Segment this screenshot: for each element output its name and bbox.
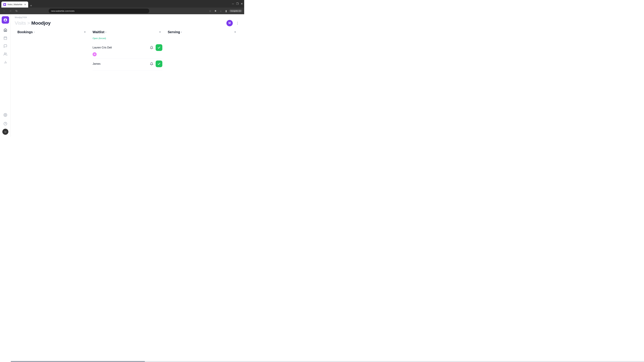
header-actions: M ⋮ — [226, 20, 240, 26]
visit-actions-lauren — [149, 44, 162, 51]
incognito-badge[interactable]: Incognito (2) — [229, 9, 242, 12]
app-container: M Moodjoy7434 Visits > Moodjoy M ⋮ — [0, 14, 244, 137]
waitlist-add-button[interactable]: + — [158, 30, 162, 34]
waitlist-status-badge: Open (forced) — [92, 37, 162, 39]
visit-name-james[interactable]: James — [92, 62, 100, 65]
browser-tabs: Visits | Waitwhile ✕ + — [1, 0, 33, 7]
download-button[interactable]: ↓ — [218, 8, 223, 13]
extensions-button[interactable]: ■ — [213, 8, 218, 13]
visit-header-lauren: Lauren Cris Deli — [92, 44, 162, 51]
sidebar-item-settings[interactable] — [2, 111, 9, 119]
svg-text:M: M — [4, 131, 6, 133]
visit-item-james: James — [92, 58, 162, 71]
tab-favicon — [3, 3, 6, 6]
browser-toolbar: ☆ ■ ↓ ▮ Incognito (2) — [208, 8, 242, 13]
active-tab[interactable]: Visits | Waitwhile ✕ — [1, 1, 28, 7]
bookings-column-header: Bookings › + — [18, 30, 87, 34]
visit-avatar-lauren: M — [92, 52, 96, 56]
main-content: Moodjoy7434 Visits > Moodjoy M ⋮ Booking… — [11, 14, 244, 137]
forward-button[interactable]: → — [8, 8, 13, 13]
tab-close-button[interactable]: ✕ — [24, 3, 26, 6]
user-avatar[interactable]: M — [226, 20, 233, 26]
maximize-button[interactable]: ❐ — [236, 3, 238, 5]
serve-button-james[interactable] — [156, 60, 162, 67]
back-button[interactable]: ← — [2, 8, 7, 13]
profile-button[interactable]: ▮ — [224, 8, 228, 13]
org-name: Moodjoy7434 — [15, 16, 27, 18]
more-options-button[interactable]: ⋮ — [235, 20, 240, 26]
serving-label: Serving — [168, 30, 180, 34]
page-header: Visits > Moodjoy M ⋮ — [11, 19, 244, 30]
serving-column-header: Serving › + — [168, 30, 238, 34]
breadcrumb-parent[interactable]: Visits — [15, 20, 26, 26]
bookings-chevron-icon: › — [34, 30, 34, 33]
close-window-button[interactable]: ✕ — [240, 3, 243, 5]
minimize-button[interactable]: ─ — [232, 3, 234, 5]
serving-title[interactable]: Serving › — [168, 30, 182, 34]
notify-button-james[interactable] — [149, 61, 154, 66]
sidebar-logo[interactable] — [2, 16, 9, 24]
window-controls: ─ ❐ ✕ — [232, 3, 243, 5]
bookmark-button[interactable]: ☆ — [208, 8, 212, 13]
visit-actions-james — [149, 60, 162, 67]
waitlist-title[interactable]: Waitlist › — [92, 30, 106, 34]
serving-chevron-icon: › — [181, 30, 182, 33]
waitlist-chevron-icon: › — [105, 30, 106, 33]
visit-header-james: James — [92, 60, 162, 67]
browser-chrome: Visits | Waitwhile ✕ + ─ ❐ ✕ — [0, 0, 244, 7]
visit-name-lauren[interactable]: Lauren Cris Deli — [92, 46, 112, 49]
url-text: new.waitwhile.com/visits — [51, 10, 74, 12]
notify-button-lauren[interactable] — [149, 45, 154, 50]
breadcrumb-separator: > — [27, 20, 30, 26]
sidebar-item-chat[interactable] — [2, 42, 9, 50]
svg-point-5 — [4, 53, 5, 54]
sidebar-user-avatar[interactable]: M — [2, 129, 8, 135]
waitlist-column-header: Waitlist › + — [92, 30, 162, 34]
address-bar-row: ← → ↻ new.waitwhile.com/visits ☆ ■ ↓ ▮ I… — [0, 7, 244, 14]
svg-point-9 — [5, 114, 6, 115]
bookings-label: Bookings — [18, 30, 33, 34]
bookings-add-button[interactable]: + — [82, 30, 87, 34]
sidebar-item-home[interactable] — [2, 26, 9, 34]
page-title: Visits > Moodjoy — [15, 20, 51, 26]
sidebar-item-help[interactable] — [2, 120, 9, 127]
columns-container: Bookings › + Waitlist › + Open (forced) — [11, 30, 244, 71]
sidebar-item-analytics[interactable] — [2, 58, 9, 66]
sidebar-item-users[interactable] — [2, 50, 9, 58]
serving-add-button[interactable]: + — [233, 30, 238, 34]
tab-title: Visits | Waitwhile — [8, 3, 23, 6]
svg-point-0 — [4, 4, 5, 5]
svg-rect-1 — [4, 37, 7, 40]
reload-button[interactable]: ↻ — [14, 8, 19, 13]
waitlist-label: Waitlist — [92, 30, 104, 34]
breadcrumb-current: Moodjoy — [31, 20, 51, 26]
address-input[interactable]: new.waitwhile.com/visits — [49, 8, 149, 13]
sidebar-item-calendar[interactable] — [2, 34, 9, 42]
bookings-title[interactable]: Bookings › — [18, 30, 34, 34]
bookings-column: Bookings › + — [15, 30, 90, 71]
serve-button-lauren[interactable] — [156, 44, 162, 51]
new-tab-button[interactable]: + — [29, 4, 33, 7]
sidebar-bottom: M — [2, 111, 9, 135]
serving-column: Serving › + — [165, 30, 240, 71]
waitlist-column: Waitlist › + Open (forced) Lauren Cris D… — [90, 30, 165, 71]
visit-item-lauren: Lauren Cris Deli — [92, 42, 162, 58]
sidebar: M — [0, 14, 11, 137]
top-bar: Moodjoy7434 — [11, 14, 244, 19]
